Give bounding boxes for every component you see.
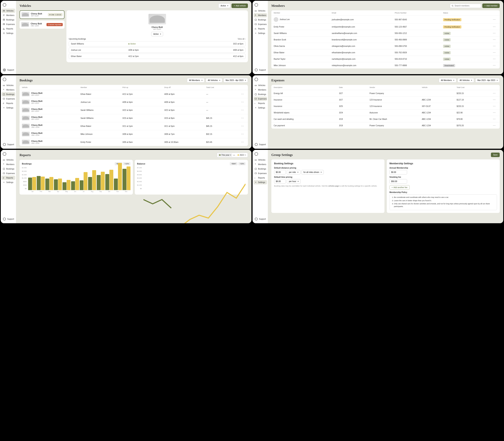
filter-members[interactable]: All Members xyxy=(439,78,456,82)
nav-expenses[interactable]: Expenses xyxy=(253,171,267,175)
table-row[interactable]: Olivia Garcia oliviagarcia@example.com 5… xyxy=(271,43,500,49)
booking-row[interactable]: Joshua Lee 4/08 at 4pm 4/08 at 6pm xyxy=(69,47,246,53)
row-menu-button[interactable]: ⋯ xyxy=(240,125,246,128)
nav-expenses[interactable]: Expenses xyxy=(1,171,15,175)
time-price-input[interactable] xyxy=(274,179,286,184)
nav-vehicles[interactable]: Vehicles xyxy=(1,158,15,162)
nav-members[interactable]: Members xyxy=(1,13,15,17)
table-row[interactable]: Chevy BoltX87-OL87 Sarah Williams 3/22 a… xyxy=(19,106,248,114)
annual-fee-input[interactable] xyxy=(389,170,407,174)
filter-vehicles[interactable]: All Vehicles xyxy=(457,78,474,82)
nav-support[interactable]: Support xyxy=(1,142,15,147)
vehicles-page-link[interactable]: vehicles page xyxy=(328,185,339,187)
table-row[interactable]: Emily Porter emilyporter@example.com 555… xyxy=(271,24,500,30)
nav-settings[interactable]: Settings xyxy=(253,180,267,184)
row-menu-button[interactable]: ⋯ xyxy=(491,32,497,35)
nav-support[interactable]: Support xyxy=(253,216,267,222)
table-row[interactable]: Car payment 3/18 Power Company ABC-1234 … xyxy=(271,122,500,129)
nav-members[interactable]: Members xyxy=(1,162,15,166)
table-row[interactable]: Brandon Scott brandonscott@example.com 5… xyxy=(271,36,500,43)
table-row[interactable]: Ethan Baker ethanbaker@example.com 555-7… xyxy=(271,49,500,56)
nav-members[interactable]: Members xyxy=(253,162,267,166)
distance-unit-select[interactable]: per mile xyxy=(287,170,301,174)
nav-settings[interactable]: Settings xyxy=(1,31,15,35)
table-row[interactable]: Joshua Lee joshualee@example.com 555-987… xyxy=(271,16,500,24)
search-input-wrapper[interactable] xyxy=(450,4,481,8)
nav-members[interactable]: Members xyxy=(253,13,267,17)
row-menu-button[interactable]: ⋯ xyxy=(240,100,246,104)
row-menu-button[interactable]: ⋯ xyxy=(491,124,497,127)
view-all-link[interactable]: View all› xyxy=(237,38,246,40)
nav-settings[interactable]: Settings xyxy=(253,31,267,35)
distance-price-input[interactable] xyxy=(274,170,286,174)
add-vehicle-button[interactable]: +Add vehicle xyxy=(232,3,248,8)
table-row[interactable]: Insurance 3/27 123 Insurance ABC-1234 $1… xyxy=(271,96,500,103)
row-menu-button[interactable]: ⋯ xyxy=(491,117,497,121)
nav-vehicles[interactable]: Vehicles xyxy=(253,9,267,13)
row-menu-button[interactable]: ⋯ xyxy=(240,109,246,112)
row-menu-button[interactable]: ⋯ xyxy=(491,45,497,47)
table-row[interactable]: Chevy BoltX87-OL87 Ethan Baker 4/12 at 2… xyxy=(19,90,248,98)
table-row[interactable]: Windshield wipers 3/24 Autozone ABC-1234… xyxy=(271,110,500,116)
nav-reports[interactable]: Reports xyxy=(1,101,15,105)
row-menu-button[interactable]: ⋯ xyxy=(491,25,497,28)
row-menu-button[interactable]: ⋯ xyxy=(240,141,246,144)
filter-daterange[interactable]: Mar 2023 - Apr 2023 xyxy=(475,78,500,82)
nav-members[interactable]: Members xyxy=(1,88,15,92)
add-member-button[interactable]: +Add member xyxy=(482,3,500,8)
nav-reports[interactable]: Reports xyxy=(1,27,15,31)
table-row[interactable]: Car wash and detailing 3/18 Mr. Clean Ca… xyxy=(271,116,500,122)
table-row[interactable]: Sarah Williams sarahwilliams@example.com… xyxy=(271,30,500,36)
nav-bookings[interactable]: Bookings xyxy=(1,92,15,96)
nav-vehicles[interactable]: Vehicles xyxy=(253,158,267,162)
nav-support[interactable]: Support xyxy=(1,216,15,222)
filter-members[interactable]: All Members xyxy=(187,78,204,82)
time-unit-select[interactable]: per hour xyxy=(287,179,301,184)
nav-bookings[interactable]: Bookings xyxy=(253,17,267,22)
table-row[interactable]: Insurance 3/25 123 Insurance X87-OL87 $2… xyxy=(271,103,500,110)
nav-bookings[interactable]: Bookings xyxy=(1,17,15,22)
nav-settings[interactable]: Settings xyxy=(1,106,15,110)
nav-settings[interactable]: Settings xyxy=(253,106,267,110)
distance-scope-select[interactable]: for all miles driven xyxy=(302,170,324,174)
filter-daterange[interactable]: Mar 2023 - Apr 2023 xyxy=(223,78,248,82)
table-row[interactable]: Energy bill 3/27 Power Company $220.15 ⋯ xyxy=(271,90,500,96)
row-menu-button[interactable]: ⋯ xyxy=(491,92,497,95)
table-row[interactable]: Mike Johnson mikejohnson@example.com 555… xyxy=(271,62,500,68)
row-menu-button[interactable]: ⋯ xyxy=(240,116,246,120)
nav-members[interactable]: Members xyxy=(253,88,267,92)
nav-reports[interactable]: Reports xyxy=(253,101,267,105)
row-menu-button[interactable]: ⋯ xyxy=(491,18,497,21)
table-row[interactable]: Rachel Taylor racheltaylor@example.com 5… xyxy=(271,56,500,62)
row-menu-button[interactable]: ⋯ xyxy=(491,105,497,108)
smoking-fee-input[interactable] xyxy=(389,179,407,184)
nav-vehicles[interactable]: Vehicles xyxy=(1,9,15,13)
save-button[interactable]: Save xyxy=(491,153,500,157)
nav-vehicles[interactable]: Vehicles xyxy=(1,83,15,87)
detail-filter[interactable]: Active xyxy=(151,32,163,36)
search-input[interactable] xyxy=(454,5,479,7)
table-row[interactable]: Chevy BoltABC-1234 Ethan Baker 3/11 at 1… xyxy=(19,122,248,130)
table-row[interactable]: Chevy BoltABC-1234 Emily Porter 3/05 at … xyxy=(19,138,248,146)
compare-b[interactable]: 2022▾ xyxy=(236,153,247,157)
nav-bookings[interactable]: Bookings xyxy=(1,167,15,171)
nav-support[interactable]: Support xyxy=(253,142,267,147)
vehicle-card[interactable]: Chevy BoltX87-OL87 In Use 1:22:22 xyxy=(19,10,65,19)
booking-row[interactable]: Sarah Williams Active 3/22 at 6pm xyxy=(69,41,246,47)
nav-expenses[interactable]: Expenses xyxy=(1,22,15,26)
row-menu-button[interactable]: ⋯ xyxy=(240,93,246,96)
add-fee-button[interactable]: +Add another fee xyxy=(389,185,410,190)
row-menu-button[interactable]: ⋯ xyxy=(491,64,497,67)
nav-settings[interactable]: Settings xyxy=(1,180,15,184)
row-menu-button[interactable]: ⋯ xyxy=(491,98,497,101)
nav-support[interactable]: Support xyxy=(1,67,15,73)
table-row[interactable]: Chevy BoltX87-OL87 Sarah Williams 3/15 a… xyxy=(19,114,248,122)
nav-reports[interactable]: Reports xyxy=(253,176,267,180)
row-menu-button[interactable]: ⋯ xyxy=(491,111,497,114)
nav-expenses[interactable]: Expenses xyxy=(253,22,267,26)
filter-dropdown[interactable]: Active xyxy=(218,3,230,8)
table-row[interactable]: Chevy BoltX87-OL87 Joshua Lee 4/08 at 4p… xyxy=(19,98,248,106)
booking-row[interactable]: Ethan Baker 4/12 at 2pm 4/12 at 6pm xyxy=(69,54,246,59)
nav-reports[interactable]: Reports xyxy=(253,27,267,31)
policy-textarea[interactable]: Be considerate and coordinate with other… xyxy=(389,194,497,210)
